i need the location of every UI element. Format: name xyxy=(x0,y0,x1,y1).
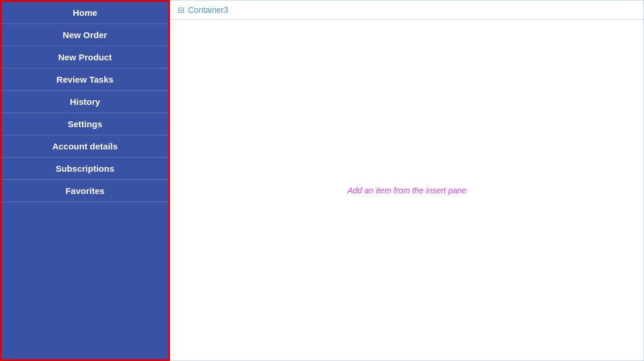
main-header: ⊟ Container3 xyxy=(171,1,643,20)
sidebar-item-subscriptions[interactable]: Subscriptions xyxy=(2,158,168,180)
sidebar-item-home[interactable]: Home xyxy=(2,2,168,24)
insert-hint: Add an item from the insert pane xyxy=(347,186,466,195)
container-icon: ⊟ xyxy=(178,5,185,15)
container-label: Container3 xyxy=(188,5,229,15)
sidebar-item-new-order[interactable]: New Order xyxy=(2,24,168,46)
sidebar-item-new-product[interactable]: New Product xyxy=(2,46,168,69)
main-content: Add an item from the insert pane xyxy=(171,20,643,360)
sidebar-item-account-details[interactable]: Account details xyxy=(2,135,168,158)
sidebar-item-settings[interactable]: Settings xyxy=(2,113,168,135)
sidebar: HomeNew OrderNew ProductReview TasksHist… xyxy=(0,0,170,361)
sidebar-item-review-tasks[interactable]: Review Tasks xyxy=(2,69,168,91)
main-area: ⊟ Container3 Add an item from the insert… xyxy=(170,0,644,361)
sidebar-item-favorites[interactable]: Favorites xyxy=(2,180,168,202)
sidebar-item-history[interactable]: History xyxy=(2,91,168,113)
